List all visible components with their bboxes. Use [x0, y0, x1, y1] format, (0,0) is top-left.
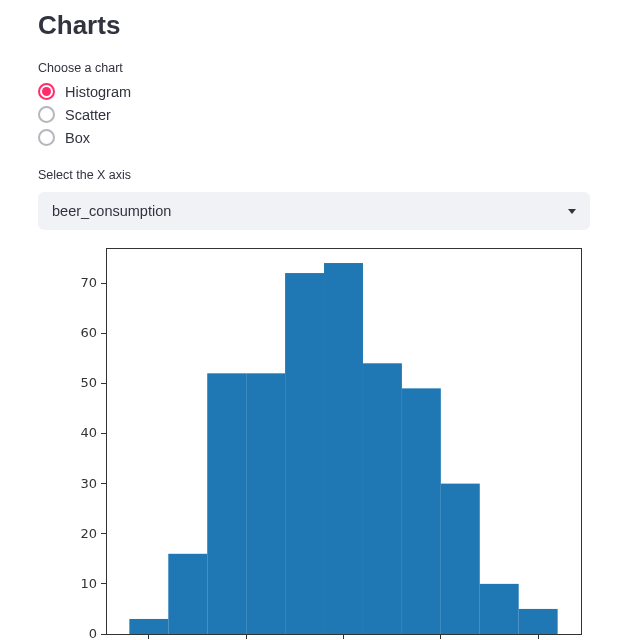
svg-rect-3	[207, 373, 246, 634]
chart-type-label: Choose a chart	[38, 61, 595, 75]
chevron-down-icon	[568, 209, 576, 214]
radio-scatter-label: Scatter	[65, 107, 111, 123]
svg-rect-2	[168, 554, 207, 634]
radio-box-icon	[38, 129, 55, 146]
chart-type-radio-group: Histogram Scatter Box	[38, 83, 595, 146]
svg-text:10: 10	[80, 576, 97, 591]
svg-text:50: 50	[80, 375, 97, 390]
svg-rect-11	[519, 609, 558, 634]
radio-box[interactable]: Box	[38, 129, 595, 146]
svg-rect-7	[363, 363, 402, 634]
x-axis-select-value: beer_consumption	[52, 203, 171, 219]
svg-rect-1	[129, 619, 168, 634]
svg-text:20: 20	[80, 526, 97, 541]
radio-histogram[interactable]: Histogram	[38, 83, 595, 100]
radio-box-label: Box	[65, 130, 90, 146]
svg-rect-6	[324, 263, 363, 634]
svg-text:0: 0	[89, 626, 97, 640]
x-axis-label: Select the X axis	[38, 168, 595, 182]
radio-scatter[interactable]: Scatter	[38, 106, 595, 123]
radio-scatter-icon	[38, 106, 55, 123]
svg-text:40: 40	[80, 425, 97, 440]
svg-rect-8	[402, 388, 441, 634]
svg-rect-5	[285, 273, 324, 634]
radio-histogram-label: Histogram	[65, 84, 131, 100]
svg-text:60: 60	[80, 325, 97, 340]
histogram-chart: 0102030405060701520253035	[33, 240, 591, 640]
svg-rect-9	[441, 484, 480, 634]
svg-rect-4	[246, 373, 285, 634]
svg-text:30: 30	[80, 476, 97, 491]
x-axis-select[interactable]: beer_consumption	[38, 192, 590, 230]
svg-text:70: 70	[80, 275, 97, 290]
svg-rect-10	[480, 584, 519, 634]
radio-histogram-icon	[38, 83, 55, 100]
page-title: Charts	[38, 10, 595, 41]
